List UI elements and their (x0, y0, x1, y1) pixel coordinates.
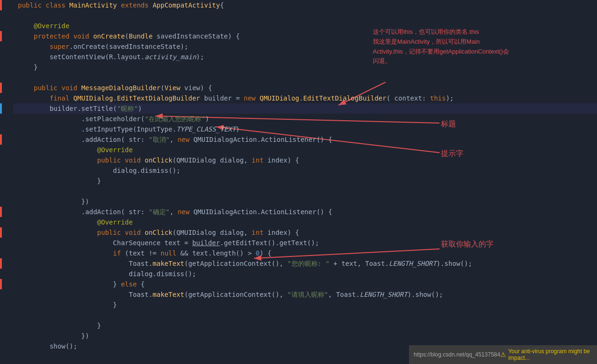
code-line: .addAction( str: "取消", new QMUIDialogAct… (13, 134, 597, 145)
code-line: @Override (13, 21, 597, 31)
bottom-warning: ⚠ Your anti-virus program might be impac… (500, 348, 592, 361)
code-line: } (13, 320, 597, 331)
code-line: } else { (13, 279, 597, 289)
warning-icon: ⚠ (500, 351, 506, 358)
code-line: }) (13, 331, 597, 341)
code-line: dialog.dismiss(); (13, 165, 597, 176)
code-line: } (13, 300, 597, 310)
code-line (13, 10, 597, 21)
bottom-url: https://blog.csdn.net/qq_45137584 (414, 351, 500, 358)
code-line: super.onCreate(savedInstanceState); (13, 41, 597, 52)
code-line: .addAction( str: "确定", new QMUIDialogAct… (13, 207, 597, 217)
code-line: builder.setTitle("昵称") (13, 103, 597, 114)
code-line: .setPlaceholder("在此输入您的昵称") (13, 114, 597, 124)
code-line: public void onClick(QMUIDialog dialog, i… (13, 227, 597, 238)
code-line: @Override (13, 217, 597, 227)
code-line: } (13, 62, 597, 72)
code-line (13, 310, 597, 320)
code-line: Toast.makeText(getApplicationContext(), … (13, 289, 597, 300)
code-line: }) (13, 196, 597, 207)
bottom-bar: https://blog.csdn.net/qq_45137584 ⚠ Your… (409, 345, 597, 364)
code-line (13, 72, 597, 83)
code-line: public void MessageDialogBuilder(View vi… (13, 83, 597, 93)
code-line: CharSequence text = builder.getEditText(… (13, 238, 597, 248)
code-container: public class MainActivity extends AppCom… (0, 0, 597, 364)
code-line: public class MainActivity extends AppCom… (13, 0, 597, 10)
code-line: if (text != null && text.length() > 0) { (13, 248, 597, 258)
code-line: final QMUIDialog.EditTextDialogBuilder b… (13, 93, 597, 103)
code-area: public class MainActivity extends AppCom… (13, 0, 597, 364)
code-line: Toast.makeText(getApplicationContext(), … (13, 258, 597, 269)
code-line: protected void onCreate(Bundle savedInst… (13, 31, 597, 41)
code-line: public void onClick(QMUIDialog dialog, i… (13, 155, 597, 165)
code-line (13, 186, 597, 196)
code-line: .setInputType(InputType.TYPE_CLASS_TEXT) (13, 124, 597, 134)
code-line: setContentView(R.layout.activity_main); (13, 52, 597, 62)
code-line: } (13, 176, 597, 186)
code-line: dialog.dismiss(); (13, 269, 597, 279)
code-line: @Override (13, 145, 597, 155)
